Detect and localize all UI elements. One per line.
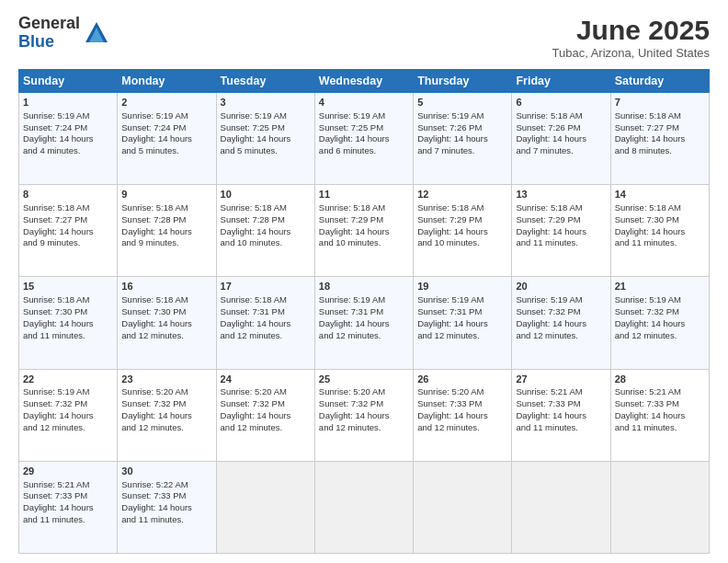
day-info-line: Daylight: 14 hours: [121, 226, 211, 238]
calendar-cell: 18Sunrise: 5:19 AMSunset: 7:31 PMDayligh…: [314, 277, 413, 369]
column-header-wednesday: Wednesday: [314, 70, 413, 93]
day-number: 28: [615, 373, 705, 386]
calendar-cell: 24Sunrise: 5:20 AMSunset: 7:32 PMDayligh…: [216, 369, 314, 461]
calendar-week-5: 29Sunrise: 5:21 AMSunset: 7:33 PMDayligh…: [19, 461, 710, 553]
day-info-line: and 10 minutes.: [221, 237, 311, 249]
column-header-saturday: Saturday: [610, 70, 709, 93]
calendar-cell: [314, 461, 413, 553]
day-info-line: Sunset: 7:25 PM: [319, 122, 409, 134]
day-info-line: and 12 minutes.: [121, 330, 211, 342]
day-info-line: Daylight: 14 hours: [516, 226, 606, 238]
day-info-line: and 12 minutes.: [121, 422, 211, 434]
day-info-line: Sunrise: 5:22 AM: [121, 479, 211, 491]
header: General Blue June 2025 Tubac, Arizona, U…: [18, 15, 710, 60]
day-info-line: and 11 minutes.: [23, 514, 113, 526]
day-info-line: and 12 minutes.: [319, 330, 409, 342]
day-info-line: Sunrise: 5:18 AM: [221, 202, 311, 214]
day-info-line: Sunset: 7:24 PM: [23, 122, 113, 134]
calendar-cell: [512, 461, 610, 553]
day-info-line: and 12 minutes.: [23, 422, 113, 434]
day-info-line: Sunrise: 5:20 AM: [319, 386, 409, 398]
page: General Blue June 2025 Tubac, Arizona, U…: [0, 0, 728, 563]
day-info-line: Sunset: 7:32 PM: [221, 398, 311, 410]
location: Tubac, Arizona, United States: [552, 46, 710, 60]
logo-general: General: [18, 15, 80, 33]
day-number: 1: [23, 96, 113, 109]
day-info-line: Daylight: 14 hours: [516, 410, 606, 422]
day-info-line: Daylight: 14 hours: [516, 133, 606, 145]
title-block: June 2025 Tubac, Arizona, United States: [552, 15, 710, 60]
day-number: 15: [23, 280, 113, 293]
day-info-line: Sunset: 7:28 PM: [121, 214, 211, 226]
logo-blue: Blue: [18, 33, 80, 52]
calendar-week-3: 15Sunrise: 5:18 AMSunset: 7:30 PMDayligh…: [19, 277, 710, 369]
calendar-cell: 11Sunrise: 5:18 AMSunset: 7:29 PMDayligh…: [314, 185, 413, 277]
day-info-line: Sunrise: 5:18 AM: [121, 294, 211, 306]
calendar-cell: 4Sunrise: 5:19 AMSunset: 7:25 PMDaylight…: [314, 93, 413, 185]
day-info-line: Daylight: 14 hours: [615, 226, 705, 238]
calendar-header-row: SundayMondayTuesdayWednesdayThursdayFrid…: [19, 70, 710, 93]
day-info-line: and 5 minutes.: [221, 145, 311, 157]
calendar-table: SundayMondayTuesdayWednesdayThursdayFrid…: [18, 69, 710, 554]
day-info-line: Sunrise: 5:20 AM: [417, 386, 507, 398]
day-number: 12: [417, 188, 507, 201]
day-info-line: and 8 minutes.: [615, 145, 705, 157]
day-info-line: Sunrise: 5:18 AM: [417, 202, 507, 214]
day-info-line: Sunrise: 5:18 AM: [319, 202, 409, 214]
day-info-line: Daylight: 14 hours: [121, 502, 211, 514]
calendar-cell: 25Sunrise: 5:20 AMSunset: 7:32 PMDayligh…: [314, 369, 413, 461]
logo: General Blue: [18, 15, 109, 52]
column-header-tuesday: Tuesday: [216, 70, 314, 93]
day-number: 14: [615, 188, 705, 201]
calendar-cell: 13Sunrise: 5:18 AMSunset: 7:29 PMDayligh…: [512, 185, 610, 277]
day-number: 30: [121, 465, 211, 478]
day-info-line: Sunrise: 5:18 AM: [221, 294, 311, 306]
day-info-line: Sunset: 7:30 PM: [615, 214, 705, 226]
day-info-line: Sunset: 7:32 PM: [319, 398, 409, 410]
day-info-line: Sunrise: 5:19 AM: [417, 110, 507, 122]
day-info-line: Daylight: 14 hours: [221, 226, 311, 238]
day-info-line: Daylight: 14 hours: [615, 318, 705, 330]
day-number: 23: [121, 373, 211, 386]
day-info-line: Sunrise: 5:19 AM: [615, 294, 705, 306]
day-info-line: Daylight: 14 hours: [319, 226, 409, 238]
day-info-line: and 6 minutes.: [319, 145, 409, 157]
day-info-line: Daylight: 14 hours: [319, 410, 409, 422]
day-number: 7: [615, 96, 705, 109]
day-info-line: Sunrise: 5:18 AM: [516, 202, 606, 214]
day-info-line: Daylight: 14 hours: [615, 410, 705, 422]
day-info-line: Daylight: 14 hours: [121, 133, 211, 145]
day-info-line: Daylight: 14 hours: [221, 410, 311, 422]
day-number: 29: [23, 465, 113, 478]
logo-icon: [84, 20, 109, 46]
day-number: 26: [417, 373, 507, 386]
day-info-line: Daylight: 14 hours: [417, 133, 507, 145]
day-info-line: Sunrise: 5:19 AM: [23, 110, 113, 122]
day-number: 16: [121, 280, 211, 293]
day-number: 6: [516, 96, 606, 109]
day-info-line: and 12 minutes.: [615, 330, 705, 342]
day-info-line: and 11 minutes.: [516, 422, 606, 434]
day-number: 25: [319, 373, 409, 386]
day-info-line: Sunset: 7:32 PM: [121, 398, 211, 410]
day-info-line: Daylight: 14 hours: [417, 226, 507, 238]
day-info-line: Sunset: 7:29 PM: [319, 214, 409, 226]
day-info-line: Sunrise: 5:20 AM: [221, 386, 311, 398]
day-info-line: Sunset: 7:33 PM: [417, 398, 507, 410]
day-info-line: Daylight: 14 hours: [319, 133, 409, 145]
day-info-line: and 12 minutes.: [417, 422, 507, 434]
calendar-cell: 3Sunrise: 5:19 AMSunset: 7:25 PMDaylight…: [216, 93, 314, 185]
day-info-line: Sunset: 7:26 PM: [516, 122, 606, 134]
day-info-line: Daylight: 14 hours: [23, 502, 113, 514]
day-info-line: Sunrise: 5:19 AM: [417, 294, 507, 306]
day-number: 5: [417, 96, 507, 109]
day-info-line: and 10 minutes.: [319, 237, 409, 249]
calendar-cell: 2Sunrise: 5:19 AMSunset: 7:24 PMDaylight…: [118, 93, 216, 185]
day-info-line: Sunrise: 5:19 AM: [516, 294, 606, 306]
day-info-line: Daylight: 14 hours: [417, 318, 507, 330]
day-info-line: Sunset: 7:30 PM: [121, 306, 211, 318]
day-info-line: Sunrise: 5:19 AM: [319, 294, 409, 306]
calendar-week-4: 22Sunrise: 5:19 AMSunset: 7:32 PMDayligh…: [19, 369, 710, 461]
day-info-line: Sunrise: 5:21 AM: [516, 386, 606, 398]
calendar-week-1: 1Sunrise: 5:19 AMSunset: 7:24 PMDaylight…: [19, 93, 710, 185]
